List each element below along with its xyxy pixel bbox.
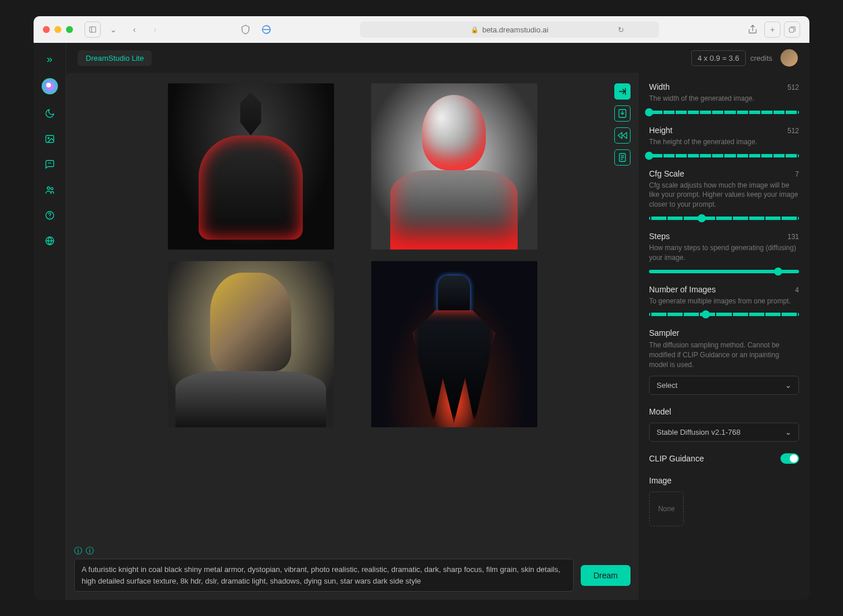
svg-point-6 [47,187,50,190]
setting-label: Width [649,82,670,91]
svg-rect-3 [789,28,794,32]
width-slider[interactable] [649,111,799,114]
setting-value: 512 [787,83,799,91]
extension-icon[interactable] [258,21,274,38]
credits-label: credits [750,54,772,63]
close-window-button[interactable] [43,26,50,33]
setting-label: Cfg Scale [649,169,684,178]
setting-label: Height [649,126,672,135]
chat-icon[interactable] [43,158,56,171]
maximize-window-button[interactable] [66,26,73,33]
prompt-row: ⓘ ⓘ A futuristic knight in coal black sh… [74,546,631,592]
setting-desc: To generate multiple images from one pro… [649,296,799,306]
rewind-button[interactable] [614,127,631,144]
height-slider[interactable] [649,154,799,157]
chevron-down-icon: ⌄ [785,428,791,437]
num-images-setting: Number of Images 4 To generate multiple … [649,285,799,317]
height-setting: Height 512 The height of the generated i… [649,126,799,157]
globe-icon[interactable] [43,234,56,247]
back-button[interactable]: ‹ [126,21,142,38]
setting-label: Steps [649,232,670,241]
cfg-setting: Cfg Scale 7 Cfg scale adjusts how much t… [649,169,799,220]
sampler-setting: Sampler The diffusion sampling method. C… [649,328,799,394]
setting-value: 7 [795,170,799,178]
app-logo-icon[interactable] [42,78,58,94]
setting-label: Sampler [649,328,679,338]
app-container: » DreamStudio Lite 4 x 0.9 = 3.6 credits [34,43,809,600]
model-setting: Model Stable Diffusion v2.1-768 ⌄ [649,406,799,442]
model-select[interactable]: Stable Diffusion v2.1-768 ⌄ [649,423,799,442]
main-canvas: ⓘ ⓘ A futuristic knight in coal black sh… [66,73,639,600]
setting-label: Image [649,476,672,485]
setting-desc: How many steps to spend generating (diff… [649,243,799,263]
image-canvas [74,83,631,538]
prompt-info-icons: ⓘ ⓘ [74,546,574,556]
topbar: DreamStudio Lite 4 x 0.9 = 3.6 credits [66,43,809,73]
svg-rect-4 [46,135,54,142]
num-images-slider[interactable] [649,313,799,316]
sampler-select[interactable]: Select ⌄ [649,376,799,395]
chevron-down-icon: ⌄ [785,381,791,390]
refresh-icon[interactable]: ↻ [618,25,624,34]
setting-desc: The height of the generated image. [649,137,799,147]
generated-image[interactable] [371,261,537,427]
document-button[interactable] [614,149,631,166]
setting-value: 4 [795,286,799,294]
generated-image[interactable] [371,83,537,250]
moon-icon[interactable] [43,107,56,120]
shield-icon[interactable] [237,21,254,38]
setting-label: Model [649,407,671,416]
setting-desc: The width of the generated image. [649,94,799,104]
help-icon[interactable] [43,209,56,222]
lite-badge[interactable]: DreamStudio Lite [78,50,152,66]
setting-label: Number of Images [649,285,716,294]
prompt-input[interactable]: A futuristic knight in coal black shiny … [74,559,574,592]
cfg-slider[interactable] [649,217,799,220]
download-button[interactable] [614,105,631,122]
dream-button[interactable]: Dream [581,565,631,586]
image-icon[interactable] [43,133,56,145]
image-setting: Image None [649,475,799,526]
forward-button[interactable]: › [147,21,163,38]
help-icon[interactable]: ⓘ [74,546,82,556]
credits-calculation: 4 x 0.9 = 3.6 [691,50,746,66]
info-icon[interactable]: ⓘ [86,546,94,556]
steps-slider[interactable] [649,270,799,273]
dropdown-icon[interactable]: ⌄ [105,21,122,38]
traffic-lights [43,26,73,33]
setting-desc: The diffusion sampling method. Cannot be… [649,340,799,369]
settings-panel: Width 512 The width of the generated ima… [639,73,809,600]
sidebar: » [34,43,66,600]
generated-image[interactable] [168,261,334,427]
share-icon[interactable] [745,21,761,38]
clip-toggle[interactable] [780,453,799,464]
image-grid [168,83,537,427]
svg-point-5 [47,137,49,138]
new-tab-button[interactable]: + [764,21,780,38]
users-icon[interactable] [43,184,56,196]
sidebar-toggle-button[interactable] [85,21,101,38]
image-dropzone[interactable]: None [649,492,684,526]
url-bar[interactable]: 🔒 beta.dreamstudio.ai [360,21,659,38]
svg-rect-0 [90,27,96,32]
minimize-window-button[interactable] [54,26,61,33]
expand-sidebar-button[interactable]: » [46,53,52,65]
expand-button[interactable] [614,83,631,100]
clip-setting: CLIP Guidance [649,453,799,464]
svg-marker-14 [618,133,622,139]
canvas-actions [614,83,631,166]
setting-value: 131 [787,233,799,241]
steps-setting: Steps 131 How many steps to spend genera… [649,232,799,273]
svg-marker-15 [623,133,627,139]
tabs-button[interactable] [784,21,800,38]
setting-value: 512 [787,127,799,135]
select-value: Select [657,381,677,390]
generated-image[interactable] [168,83,334,250]
width-setting: Width 512 The width of the generated ima… [649,82,799,114]
lock-icon: 🔒 [471,26,479,34]
select-value: Stable Diffusion v2.1-768 [657,428,741,437]
svg-point-7 [50,188,53,190]
setting-label: CLIP Guidance [649,454,704,463]
url-text: beta.dreamstudio.ai [482,25,548,34]
avatar[interactable] [780,49,798,67]
